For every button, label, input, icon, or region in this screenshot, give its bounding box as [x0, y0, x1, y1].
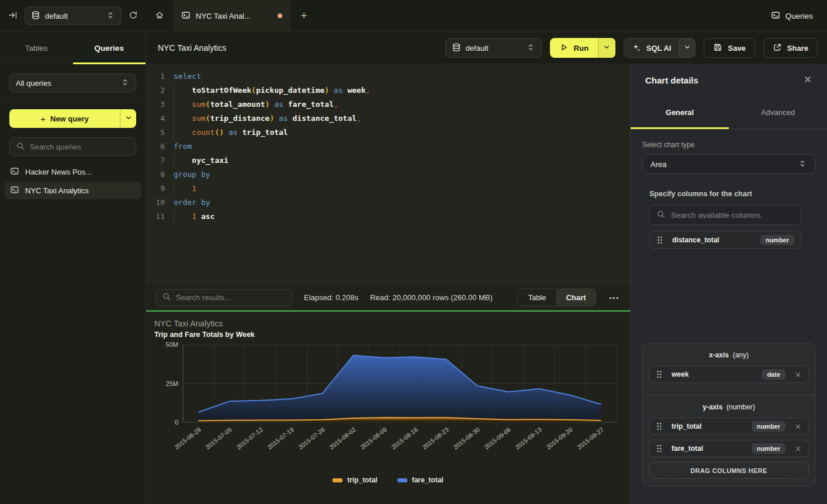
panel-content: Select chart type Area Specify columns f…: [631, 129, 827, 504]
chart-type-value: Area: [650, 160, 666, 169]
code-line[interactable]: 5 count() as trip_total: [146, 126, 630, 140]
tab-queries[interactable]: Queries: [73, 32, 146, 64]
svg-text:2015-08-23: 2015-08-23: [421, 426, 450, 451]
legend-label: fare_total: [412, 476, 444, 484]
sparkles-icon: [632, 43, 641, 54]
chevron-down-icon: [124, 113, 133, 124]
home-tab[interactable]: [146, 0, 174, 32]
code-line[interactable]: 6from: [146, 140, 630, 154]
sql-ai-button[interactable]: SQL AI: [624, 38, 696, 58]
drag-handle-icon[interactable]: [656, 370, 665, 379]
column-type-badge: number: [752, 421, 786, 432]
new-tab-button[interactable]: +: [290, 0, 317, 32]
share-icon: [773, 43, 782, 54]
view-toggle: Table Chart: [517, 289, 596, 307]
y-axis-section: y-axis (number) trip_totalnumberfare_tot…: [643, 395, 815, 486]
code-line[interactable]: 1select: [146, 69, 630, 84]
code-line[interactable]: 9 1: [146, 182, 630, 196]
view-toggle-chart[interactable]: Chart: [556, 289, 596, 306]
tab-tables[interactable]: Tables: [0, 32, 73, 64]
chevrons-updown-icon: [526, 43, 535, 54]
query-item-label: NYC Taxi Analytics: [25, 186, 89, 195]
refresh-icon[interactable]: [129, 11, 138, 22]
toolbar: default Run SQL AI: [445, 38, 818, 58]
query-filter-value: All queries: [16, 79, 51, 88]
code-line[interactable]: 11 1 asc: [146, 210, 630, 224]
x-axis-section: x-axis (any) weekdate: [643, 343, 815, 395]
close-icon[interactable]: [803, 75, 812, 86]
column-card-trip_total[interactable]: trip_totalnumber: [649, 418, 809, 435]
sql-ai-main[interactable]: SQL AI: [624, 39, 679, 57]
topbar-queries-button[interactable]: Queries: [771, 0, 827, 32]
legend-swatch: [333, 478, 342, 482]
results-chart[interactable]: 025M50M2015-06-282015-07-052015-07-12201…: [146, 340, 630, 475]
home-icon: [155, 11, 164, 22]
run-button-main[interactable]: Run: [550, 38, 598, 58]
toolbar-database-select[interactable]: default: [445, 38, 542, 58]
remove-column-icon[interactable]: [794, 445, 802, 453]
drag-handle-icon[interactable]: [656, 235, 666, 245]
tab-general[interactable]: General: [631, 96, 729, 128]
remove-column-icon[interactable]: [794, 423, 802, 430]
share-button[interactable]: Share: [763, 38, 818, 58]
column-name: week: [672, 370, 688, 378]
y-axis-header: y-axis (number): [649, 403, 809, 411]
legend-item[interactable]: fare_total: [397, 476, 444, 484]
sql-ai-dropdown[interactable]: [679, 39, 695, 57]
collapse-sidebar-icon[interactable]: [8, 11, 18, 22]
sql-ai-label: SQL AI: [646, 44, 672, 53]
column-card-fare_total[interactable]: fare_totalnumber: [649, 440, 809, 457]
run-dropdown[interactable]: [598, 38, 615, 58]
svg-text:2015-09-13: 2015-09-13: [514, 426, 543, 451]
svg-text:2015-07-19: 2015-07-19: [266, 426, 295, 451]
drop-zone[interactable]: DRAG COLUMNS HERE: [649, 462, 809, 479]
chevron-down-icon: [602, 43, 611, 54]
svg-text:50M: 50M: [166, 341, 178, 348]
chart-title: NYC Taxi Analytics: [154, 319, 630, 328]
svg-text:2015-09-27: 2015-09-27: [576, 426, 605, 451]
legend-item[interactable]: trip_total: [333, 476, 377, 484]
new-query-button[interactable]: + New query: [9, 109, 136, 128]
tab-advanced[interactable]: Advanced: [729, 96, 827, 128]
tab-nyc-taxi-analytics[interactable]: NYC Taxi Anal...: [174, 0, 290, 32]
drag-handle-icon[interactable]: [656, 444, 665, 453]
new-query-main[interactable]: + New query: [9, 109, 120, 128]
code-line[interactable]: 2 toStartOfWeek(pickup_datetime) as week…: [146, 84, 630, 98]
column-card-week[interactable]: weekdate: [649, 366, 809, 383]
query-list-item[interactable]: Hacker News Pos...: [5, 163, 141, 180]
run-button[interactable]: Run: [550, 38, 615, 58]
code-line[interactable]: 7 nyc_taxi: [146, 154, 630, 168]
query-list: Hacker News Pos...NYC Taxi Analytics: [0, 163, 146, 199]
code-line[interactable]: 8group by: [146, 168, 630, 182]
columns-search-input[interactable]: [671, 211, 794, 220]
query-filter-select[interactable]: All queries: [9, 74, 136, 92]
query-list-item[interactable]: NYC Taxi Analytics: [5, 182, 141, 199]
chart-subtitle: Trip and Fare Totals by Week: [154, 331, 630, 339]
remove-column-icon[interactable]: [794, 371, 802, 378]
tab-label: NYC Taxi Anal...: [196, 12, 251, 20]
svg-text:2015-07-12: 2015-07-12: [235, 426, 264, 451]
query-search-input[interactable]: [30, 142, 130, 151]
drag-handle-icon[interactable]: [656, 422, 665, 431]
query-header: NYC Taxi Analytics default Run: [146, 32, 827, 64]
sql-editor[interactable]: 1select2 toStartOfWeek(pickup_datetime) …: [146, 64, 630, 285]
new-query-dropdown[interactable]: [120, 109, 136, 128]
code-line[interactable]: 4 sum(trip_distance) as distance_total,: [146, 112, 630, 126]
code-line[interactable]: 10order by: [146, 196, 630, 210]
chart-type-select[interactable]: Area: [642, 154, 815, 174]
tab-strip: NYC Taxi Anal... +: [146, 0, 317, 32]
query-icon: [771, 11, 780, 22]
code-line[interactable]: 3 sum(total_amount) as fare_total,: [146, 98, 630, 112]
sidebar-divider: [0, 100, 146, 101]
svg-text:2015-08-30: 2015-08-30: [452, 426, 481, 451]
results-search-input[interactable]: [176, 293, 286, 302]
topbar-database-select[interactable]: default: [25, 6, 122, 25]
save-button[interactable]: Save: [704, 38, 755, 58]
line-number: 2: [146, 84, 165, 98]
view-toggle-table[interactable]: Table: [518, 289, 556, 306]
database-icon: [31, 11, 40, 22]
svg-text:2015-06-28: 2015-06-28: [173, 426, 202, 451]
more-icon[interactable]: •••: [608, 294, 621, 301]
topbar-database-value: default: [45, 12, 68, 20]
column-card-distance_total[interactable]: distance_totalnumber: [649, 231, 801, 249]
